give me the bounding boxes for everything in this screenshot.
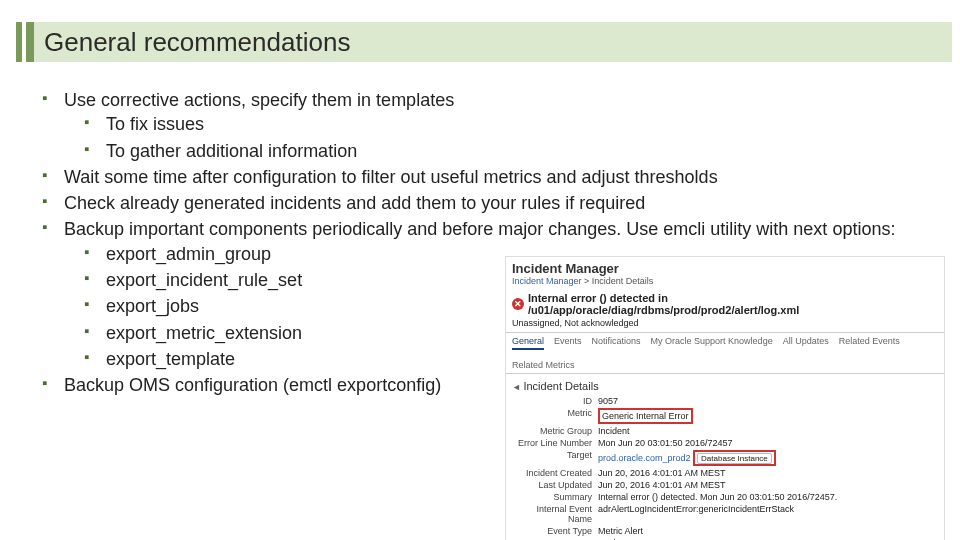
bullet-subitem: To fix issues bbox=[106, 112, 934, 136]
tab-related-metrics[interactable]: Related Metrics bbox=[512, 360, 575, 370]
tab-general[interactable]: General bbox=[512, 336, 544, 350]
status-line: Unassigned, Not acknowledged bbox=[506, 318, 944, 333]
tab-mos[interactable]: My Oracle Support Knowledge bbox=[651, 336, 773, 350]
tab-updates[interactable]: All Updates bbox=[783, 336, 829, 350]
target-link[interactable]: prod.oracle.com_prod2 bbox=[598, 453, 691, 463]
inset-header: Incident Manager bbox=[506, 257, 944, 276]
tab-notifications[interactable]: Notifications bbox=[592, 336, 641, 350]
incident-detail-table: ID9057 MetricGeneric Internal Error Metr… bbox=[512, 396, 938, 540]
breadcrumb: Incident Manager > Incident Details bbox=[506, 276, 944, 290]
breadcrumb-current: Incident Details bbox=[592, 276, 654, 286]
panel-title: Incident Details bbox=[512, 380, 938, 392]
bullet-subitem: To gather additional information bbox=[106, 139, 934, 163]
bullet-item: Use corrective actions, specify them in … bbox=[64, 88, 934, 163]
error-icon: ✕ bbox=[512, 298, 524, 310]
tab-related-events[interactable]: Related Events bbox=[839, 336, 900, 350]
error-heading: ✕ Internal error () detected in /u01/app… bbox=[506, 290, 944, 318]
slide-title-bar: General recommendations bbox=[8, 22, 952, 62]
tab-events[interactable]: Events bbox=[554, 336, 582, 350]
slide-title: General recommendations bbox=[34, 27, 350, 58]
metric-highlight: Generic Internal Error bbox=[598, 408, 693, 424]
incident-manager-screenshot: Incident Manager Incident Manager > Inci… bbox=[505, 256, 945, 540]
breadcrumb-link[interactable]: Incident Manager bbox=[512, 276, 582, 286]
bullet-item: Wait some time after configuration to fi… bbox=[64, 165, 934, 189]
target-tag-highlight: Database Instance bbox=[693, 450, 776, 466]
inset-tabs: General Events Notifications My Oracle S… bbox=[506, 333, 944, 374]
bullet-item: Check already generated incidents and ad… bbox=[64, 191, 934, 215]
title-accent bbox=[8, 22, 34, 62]
